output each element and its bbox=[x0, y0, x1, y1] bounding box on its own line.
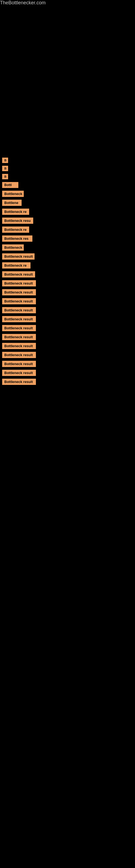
result-badge[interactable]: Bottleneck resu bbox=[2, 218, 33, 224]
result-badge[interactable]: Bottlene bbox=[2, 199, 21, 206]
result-badge[interactable]: Bottleneck result bbox=[2, 379, 36, 385]
result-badge[interactable]: Bottl bbox=[2, 182, 18, 188]
result-badge[interactable]: Bottleneck result bbox=[2, 298, 36, 304]
result-badge[interactable]: Bottleneck result bbox=[2, 253, 35, 259]
list-item[interactable]: Bottleneck result bbox=[2, 361, 133, 367]
results-container: B B B Bottl Bottleneck Bottlene Bottlene… bbox=[0, 158, 135, 385]
result-badge[interactable]: Bottleneck result bbox=[2, 271, 35, 278]
list-item[interactable]: Bottl bbox=[2, 182, 133, 188]
result-badge[interactable]: Bottleneck res bbox=[2, 236, 32, 242]
list-item[interactable]: B bbox=[2, 158, 133, 163]
list-item[interactable]: Bottleneck result bbox=[2, 307, 133, 313]
result-badge[interactable]: B bbox=[2, 158, 8, 163]
list-item[interactable]: Bottleneck re bbox=[2, 262, 133, 269]
list-item[interactable]: Bottleneck result bbox=[2, 280, 133, 286]
list-item[interactable]: Bottlene bbox=[2, 199, 133, 206]
list-item[interactable]: Bottleneck result bbox=[2, 379, 133, 385]
result-badge[interactable]: Bottleneck result bbox=[2, 334, 36, 340]
list-item[interactable]: Bottleneck result bbox=[2, 370, 133, 376]
list-item[interactable]: Bottleneck re bbox=[2, 209, 133, 215]
list-item[interactable]: Bottleneck re bbox=[2, 226, 133, 233]
list-item[interactable]: Bottleneck result bbox=[2, 352, 133, 358]
list-item[interactable]: B bbox=[2, 166, 133, 171]
list-item[interactable]: Bottleneck result bbox=[2, 316, 133, 322]
result-badge[interactable]: Bottleneck re bbox=[2, 262, 31, 269]
list-item[interactable]: Bottleneck bbox=[2, 191, 133, 197]
list-item[interactable]: Bottleneck result bbox=[2, 343, 133, 349]
result-badge[interactable]: B bbox=[2, 166, 8, 171]
result-badge[interactable]: Bottleneck result bbox=[2, 370, 36, 376]
result-badge[interactable]: Bottleneck bbox=[2, 244, 24, 251]
list-item[interactable]: Bottleneck result bbox=[2, 298, 133, 304]
list-item[interactable]: Bottleneck resu bbox=[2, 218, 133, 224]
result-badge[interactable]: Bottleneck result bbox=[2, 343, 36, 349]
list-item[interactable]: Bottleneck res bbox=[2, 236, 133, 242]
result-badge[interactable]: Bottleneck result bbox=[2, 325, 36, 331]
result-badge[interactable]: Bottleneck re bbox=[2, 209, 29, 215]
list-item[interactable]: Bottleneck result bbox=[2, 271, 133, 278]
list-item[interactable]: Bottleneck result bbox=[2, 325, 133, 331]
result-badge[interactable]: Bottleneck re bbox=[2, 226, 29, 233]
list-item[interactable]: Bottleneck result bbox=[2, 289, 133, 296]
result-badge[interactable]: Bottleneck result bbox=[2, 352, 36, 358]
list-item[interactable]: B bbox=[2, 174, 133, 179]
result-badge[interactable]: Bottleneck result bbox=[2, 289, 36, 296]
result-badge[interactable]: Bottleneck result bbox=[2, 316, 36, 322]
list-item[interactable]: Bottleneck result bbox=[2, 253, 133, 259]
site-title: TheBottlenecker.com bbox=[0, 0, 135, 6]
result-badge[interactable]: Bottleneck result bbox=[2, 307, 36, 313]
result-badge[interactable]: Bottleneck bbox=[2, 191, 24, 197]
list-item[interactable]: Bottleneck result bbox=[2, 334, 133, 340]
result-badge[interactable]: B bbox=[2, 174, 8, 179]
result-badge[interactable]: Bottleneck result bbox=[2, 361, 36, 367]
result-badge[interactable]: Bottleneck result bbox=[2, 280, 36, 286]
list-item[interactable]: Bottleneck bbox=[2, 244, 133, 251]
